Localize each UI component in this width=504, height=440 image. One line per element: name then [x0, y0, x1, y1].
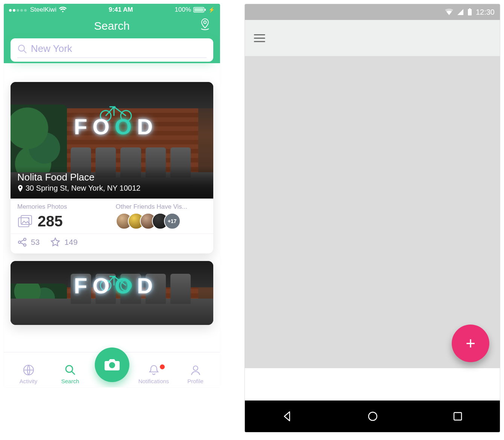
- place-address: 30 Spring St, New York, NY 10012: [17, 184, 206, 193]
- tab-label: Search: [61, 378, 79, 384]
- place-card[interactable]: FOOD: [11, 261, 213, 325]
- svg-point-25: [369, 412, 377, 420]
- ios-header: SteelKiwi 9:41 AM 100% ⚡ Search: [4, 4, 220, 63]
- place-meta: Memories Photos 285 Other Friends Have V…: [11, 199, 213, 234]
- place-name: Nolita Food Place: [17, 171, 206, 183]
- photos-icon: [17, 214, 33, 229]
- android-bottom-strip: [245, 368, 500, 401]
- svg-point-21: [193, 366, 198, 370]
- cell-signal-icon: [457, 9, 464, 15]
- tab-notifications[interactable]: Notifications: [133, 364, 175, 384]
- svg-line-5: [24, 50, 27, 53]
- android-system-nav: [245, 401, 500, 432]
- svg-rect-1: [194, 8, 203, 12]
- svg-point-12: [24, 238, 26, 240]
- neon-sign: FOOD: [74, 114, 158, 139]
- ios-device-frame: SteelKiwi 9:41 AM 100% ⚡ Search: [4, 4, 220, 387]
- place-card[interactable]: FOOD Nolita Food Place 30 Spring St, New…: [11, 82, 213, 253]
- wifi-icon: [445, 9, 453, 15]
- share-count: 53: [31, 238, 39, 247]
- android-status-bar: 12:30: [245, 4, 500, 20]
- svg-rect-23: [468, 9, 472, 15]
- memories-count: 285: [38, 213, 63, 230]
- battery-icon: [193, 7, 206, 13]
- star-icon: [50, 237, 61, 247]
- friend-avatars[interactable]: +17: [116, 213, 207, 229]
- place-actions: 53 149: [11, 234, 213, 253]
- android-app-bar: [245, 20, 500, 56]
- carrier-label: SteelKiwi: [30, 6, 56, 14]
- svg-rect-2: [205, 9, 206, 11]
- bell-icon: [148, 364, 160, 376]
- nav-recents-icon[interactable]: [452, 411, 463, 422]
- svg-line-20: [72, 372, 75, 375]
- neon-sign: FOOD: [74, 273, 158, 298]
- favorite-action[interactable]: 149: [50, 237, 77, 247]
- memories-label: Memories Photos: [17, 203, 108, 211]
- ios-status-bar: SteelKiwi 9:41 AM 100% ⚡: [4, 4, 220, 14]
- svg-point-3: [204, 21, 206, 24]
- bolt-icon: ⚡: [208, 7, 215, 13]
- svg-rect-26: [454, 413, 461, 420]
- svg-line-15: [21, 243, 24, 245]
- plus-icon: +: [466, 335, 475, 352]
- page-title: Search: [94, 20, 130, 32]
- favorite-count: 149: [64, 238, 77, 247]
- android-device-frame: 12:30 +: [244, 4, 500, 432]
- nav-back-icon[interactable]: [281, 410, 293, 422]
- wifi-icon: [59, 7, 67, 13]
- camera-fab[interactable]: [95, 347, 129, 382]
- tab-profile[interactable]: Profile: [175, 364, 216, 384]
- camera-icon: [104, 358, 120, 372]
- pin-icon: [17, 185, 23, 192]
- battery-percent: 100%: [175, 6, 191, 14]
- place-hero-image: FOOD Nolita Food Place 30 Spring St, New…: [11, 82, 213, 199]
- notification-badge: [160, 364, 165, 369]
- share-action[interactable]: 53: [17, 237, 39, 247]
- ios-tab-bar: Activity Search . Notifications Profile: [4, 352, 220, 387]
- place-hero-image: FOOD: [11, 261, 213, 325]
- share-icon: [17, 237, 27, 247]
- search-input[interactable]: [31, 43, 206, 55]
- search-icon: [17, 44, 27, 54]
- tab-label: Activity: [20, 378, 38, 384]
- tab-label: Notifications: [138, 378, 169, 384]
- status-time: 12:30: [476, 8, 495, 17]
- svg-point-4: [18, 45, 24, 51]
- svg-point-10: [28, 217, 29, 218]
- location-pin-button[interactable]: [198, 17, 212, 31]
- svg-line-14: [21, 240, 24, 242]
- battery-icon: [468, 8, 472, 16]
- menu-icon[interactable]: [254, 34, 265, 42]
- tab-label: Profile: [187, 378, 203, 384]
- svg-point-11: [18, 241, 21, 243]
- signal-dots-icon: [9, 6, 28, 14]
- svg-point-13: [24, 244, 26, 246]
- nav-home-icon[interactable]: [367, 410, 379, 422]
- friends-label: Other Friends Have Vis...: [116, 203, 207, 211]
- search-card: [11, 38, 213, 62]
- user-icon: [190, 364, 202, 376]
- globe-icon: [23, 364, 35, 376]
- avatar-more-count[interactable]: +17: [164, 213, 181, 229]
- svg-rect-8: [18, 218, 29, 227]
- add-fab[interactable]: +: [452, 325, 489, 362]
- status-time: 9:41 AM: [109, 6, 133, 14]
- tab-activity[interactable]: Activity: [8, 364, 49, 384]
- tab-search[interactable]: Search: [49, 364, 91, 384]
- svg-point-22: [110, 363, 114, 367]
- results-scroll[interactable]: FOOD Nolita Food Place 30 Spring St, New…: [4, 75, 220, 352]
- android-content-area: [245, 56, 500, 368]
- svg-rect-24: [469, 8, 471, 9]
- search-icon: [64, 364, 76, 376]
- svg-point-19: [66, 366, 73, 372]
